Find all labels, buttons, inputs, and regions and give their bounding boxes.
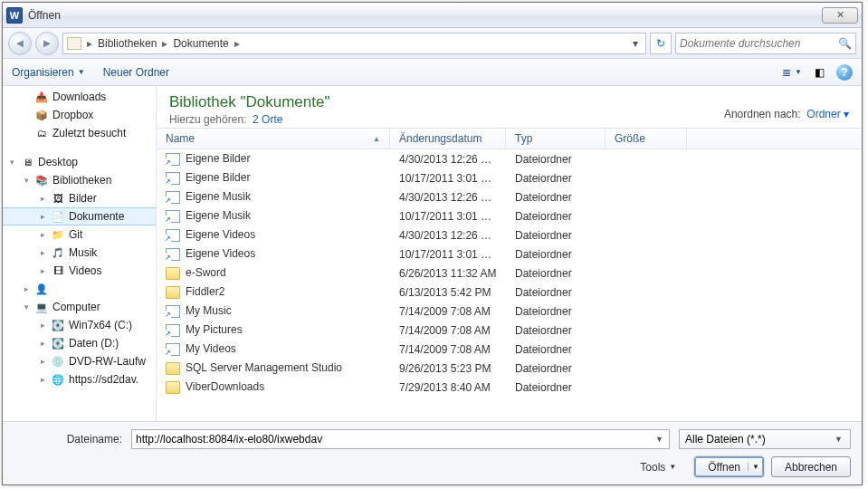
table-row[interactable]: e-Sword6/26/2013 11:32 AMDateiordner: [157, 264, 862, 283]
tree-item[interactable]: 🗂Zuletzt besucht: [3, 124, 156, 142]
main-pane: Bibliothek "Dokumente" Hierzu gehören: 2…: [157, 86, 862, 421]
folder-icon: 🖥: [20, 156, 34, 168]
table-row[interactable]: ViberDownloads7/29/2013 8:40 AMDateiordn…: [157, 378, 862, 397]
twisty-icon[interactable]: ▸: [39, 248, 47, 257]
search-icon[interactable]: 🔍: [838, 37, 852, 50]
table-row[interactable]: Eigene Bilder4/30/2013 12:26 PMDateiordn…: [157, 149, 862, 168]
tools-menu[interactable]: Tools▼: [640, 461, 676, 474]
open-button[interactable]: Öffnen▼: [694, 456, 764, 477]
table-row[interactable]: Eigene Videos10/17/2011 3:01 PMDateiordn…: [157, 244, 862, 264]
chevron-right-icon[interactable]: ▸: [158, 37, 171, 50]
twisty-icon[interactable]: ▸: [39, 212, 47, 221]
titlebar: W Öffnen ✕: [3, 3, 862, 28]
nav-tree[interactable]: 📥Downloads📦Dropbox🗂Zuletzt besucht▾🖥Desk…: [3, 86, 157, 421]
search-box[interactable]: 🔍: [675, 33, 856, 54]
file-name: Eigene Videos: [186, 228, 255, 241]
chevron-down-icon[interactable]: ▼: [653, 435, 665, 444]
tree-item[interactable]: ▸🌐https://sd2dav.: [3, 370, 156, 388]
table-row[interactable]: Fiddler26/13/2013 5:42 PMDateiordner: [157, 283, 862, 302]
help-button[interactable]: ?: [836, 64, 853, 81]
breadcrumb-segment[interactable]: Bibliotheken: [98, 37, 157, 50]
tree-item[interactable]: ▸📁Git: [3, 225, 156, 244]
twisty-icon[interactable]: ▾: [23, 302, 31, 312]
file-list[interactable]: Eigene Bilder4/30/2013 12:26 PMDateiordn…: [157, 149, 862, 421]
forward-button[interactable]: ►: [35, 32, 59, 55]
chevron-right-icon[interactable]: ▸: [231, 37, 243, 50]
twisty-icon[interactable]: ▸: [23, 284, 31, 293]
filename-input[interactable]: [136, 433, 653, 446]
tree-item-label: Zuletzt besucht: [52, 127, 126, 139]
arrange-label: Anordnen nach:: [724, 108, 801, 120]
toolbar: Organisieren▼ Neuer Ordner ≣▼ ◧ ?: [3, 59, 862, 86]
refresh-button[interactable]: ↻: [650, 33, 672, 54]
twisty-icon[interactable]: ▸: [39, 194, 47, 203]
twisty-icon[interactable]: ▸: [39, 266, 47, 275]
file-name: e-Sword: [186, 266, 226, 279]
open-split-dropdown[interactable]: ▼: [748, 463, 759, 471]
folder-icon: 📁: [51, 228, 65, 241]
file-name: My Videos: [186, 342, 236, 355]
chevron-right-icon[interactable]: ▸: [83, 37, 96, 50]
tree-item[interactable]: ▸👤: [3, 280, 156, 298]
sort-asc-icon: ▲: [373, 135, 380, 143]
col-size[interactable]: Größe: [606, 129, 687, 149]
folder-icon: [166, 362, 180, 375]
tree-item[interactable]: ▾🖥Desktop: [3, 153, 156, 171]
search-input[interactable]: [680, 37, 838, 50]
arrange-dropdown[interactable]: Ordner ▾: [806, 108, 849, 120]
table-row[interactable]: SQL Server Management Studio9/26/2013 5:…: [157, 359, 862, 378]
library-subtitle-prefix: Hierzu gehören:: [169, 113, 246, 126]
preview-pane-button[interactable]: ◧: [811, 64, 827, 81]
table-row[interactable]: My Music7/14/2009 7:08 AMDateiordner: [157, 302, 862, 321]
table-row[interactable]: My Pictures7/14/2009 7:08 AMDateiordner: [157, 321, 862, 340]
col-name[interactable]: Name▲: [157, 129, 390, 149]
breadcrumb-segment[interactable]: Dokumente: [173, 37, 228, 50]
tree-item[interactable]: ▸📄Dokumente: [3, 207, 156, 225]
filetype-filter[interactable]: Alle Dateien (*.*)▼: [679, 429, 851, 449]
twisty-icon[interactable]: ▸: [39, 230, 47, 239]
new-folder-button[interactable]: Neuer Ordner: [103, 66, 169, 79]
view-menu[interactable]: ≣▼: [782, 66, 802, 79]
back-button[interactable]: ◄: [8, 32, 32, 55]
twisty-icon[interactable]: ▸: [39, 339, 47, 348]
table-row[interactable]: Eigene Bilder10/17/2011 3:01 PMDateiordn…: [157, 168, 862, 187]
col-type[interactable]: Typ: [506, 129, 606, 149]
tree-item[interactable]: ▾💻Computer: [3, 298, 156, 316]
tree-item[interactable]: 📦Dropbox: [3, 106, 156, 124]
file-date: 7/14/2009 7:08 AM: [390, 343, 506, 356]
table-row[interactable]: Eigene Musik4/30/2013 12:26 PMDateiordne…: [157, 187, 862, 206]
library-locations-link[interactable]: 2 Orte: [253, 113, 282, 126]
tree-item[interactable]: 📥Downloads: [3, 88, 156, 106]
tree-item[interactable]: ▸💿DVD-RW-Laufw: [3, 352, 156, 370]
twisty-icon[interactable]: ▸: [39, 321, 47, 330]
organize-menu[interactable]: Organisieren▼: [12, 66, 85, 79]
folder-icon: [166, 381, 180, 394]
filename-combobox[interactable]: ▼: [131, 429, 670, 449]
twisty-icon[interactable]: ▾: [23, 176, 31, 185]
tree-item[interactable]: ▸💽Daten (D:): [3, 334, 156, 352]
tree-item[interactable]: ▸🎞Videos: [3, 262, 156, 280]
tree-item[interactable]: ▾📚Bibliotheken: [3, 171, 156, 189]
breadcrumb-dropdown[interactable]: ▾: [629, 37, 642, 50]
folder-icon: 📥: [34, 91, 49, 103]
file-date: 10/17/2011 3:01 PM: [390, 210, 506, 223]
folder-icon: 💽: [51, 319, 65, 331]
shortcut-icon: [166, 229, 180, 242]
table-row[interactable]: My Videos7/14/2009 7:08 AMDateiordner: [157, 340, 862, 359]
twisty-icon[interactable]: ▾: [8, 158, 16, 167]
breadcrumb[interactable]: ▸ Bibliotheken ▸ Dokumente ▸ ▾: [62, 33, 646, 54]
tree-item-label: Bilder: [69, 192, 97, 205]
tree-item[interactable]: ▸💽Win7x64 (C:): [3, 316, 156, 334]
twisty-icon[interactable]: ▸: [39, 357, 47, 366]
close-button[interactable]: ✕: [822, 7, 858, 24]
cancel-button[interactable]: Abbrechen: [771, 456, 851, 477]
file-type: Dateiordner: [506, 248, 606, 261]
twisty-icon[interactable]: ▸: [39, 375, 47, 384]
tree-item-label: Dropbox: [52, 109, 93, 121]
file-date: 6/26/2013 11:32 AM: [390, 267, 506, 280]
col-date[interactable]: Änderungsdatum: [390, 129, 506, 149]
table-row[interactable]: Eigene Musik10/17/2011 3:01 PMDateiordne…: [157, 206, 862, 225]
tree-item[interactable]: ▸🎵Musik: [3, 244, 156, 262]
table-row[interactable]: Eigene Videos4/30/2013 12:26 PMDateiordn…: [157, 225, 862, 244]
tree-item[interactable]: ▸🖼Bilder: [3, 189, 156, 207]
